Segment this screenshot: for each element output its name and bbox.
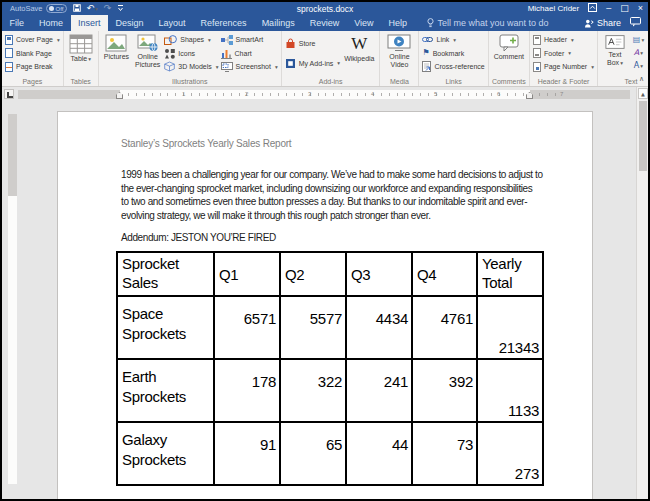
row-label[interactable]: Space Sprockets bbox=[117, 296, 214, 359]
document-page[interactable]: Stanley’s Sprockets Yearly Sales Report … bbox=[57, 111, 593, 501]
sales-table[interactable]: Sprocket Sales Q1 Q2 Q3 Q4 Yearly Total … bbox=[116, 251, 544, 486]
page-number-button[interactable]: Page Number bbox=[533, 60, 594, 73]
header-cell-q1[interactable]: Q1 bbox=[214, 252, 280, 296]
undo-button[interactable]: ↶ bbox=[87, 4, 98, 13]
tab-mailings[interactable]: Mailings bbox=[254, 15, 302, 31]
cross-reference-label: Cross-reference bbox=[434, 63, 484, 70]
tab-file[interactable]: File bbox=[2, 15, 32, 31]
tab-design[interactable]: Design bbox=[108, 15, 151, 31]
autosave-state: Off bbox=[56, 6, 64, 12]
tell-me-label: Tell me what you want to do bbox=[438, 18, 549, 28]
smartart-button[interactable]: SmartArt bbox=[221, 33, 278, 46]
wordart-icon: A bbox=[634, 49, 639, 57]
tab-stop-selector[interactable] bbox=[4, 89, 14, 99]
group-label-comments: Comments bbox=[492, 77, 526, 85]
drop-cap-button[interactable]: A bbox=[634, 62, 643, 70]
page-break-button[interactable]: Page Break bbox=[5, 60, 60, 73]
tab-layout[interactable]: Layout bbox=[151, 15, 193, 31]
header-cell-sprocket-sales[interactable]: Sprocket Sales bbox=[117, 252, 214, 296]
row-label[interactable]: Galaxy Sprockets bbox=[117, 422, 214, 485]
cell-q2[interactable]: 65 bbox=[280, 422, 346, 485]
cell-yearly-total[interactable]: 273 bbox=[477, 422, 543, 485]
my-addins-button[interactable]: My Add-ins bbox=[285, 57, 340, 70]
cell-q2[interactable]: 5577 bbox=[280, 296, 346, 359]
scrollbar-thumb[interactable] bbox=[639, 101, 647, 171]
header-button[interactable]: Header bbox=[533, 33, 594, 46]
save-button[interactable] bbox=[73, 4, 81, 14]
screenshot-button[interactable]: Screenshot bbox=[221, 60, 278, 73]
close-button[interactable]: × bbox=[638, 4, 643, 13]
blank-page-button[interactable]: Blank Page bbox=[5, 47, 60, 60]
tab-insert[interactable]: Insert bbox=[71, 15, 109, 31]
icons-button[interactable]: Icons bbox=[164, 47, 218, 60]
header-cell-q4[interactable]: Q4 bbox=[412, 252, 477, 296]
header-cell-q2[interactable]: Q2 bbox=[280, 252, 346, 296]
cell-yearly-total[interactable]: 21343 bbox=[477, 296, 543, 359]
minimize-button[interactable]: – bbox=[606, 4, 611, 13]
vertical-ruler[interactable] bbox=[8, 114, 17, 484]
cell-q4[interactable]: 392 bbox=[412, 359, 477, 422]
chart-button[interactable]: Chart bbox=[221, 47, 278, 60]
cover-page-button[interactable]: Cover Page bbox=[5, 33, 60, 46]
maximize-button[interactable]: □ bbox=[620, 4, 629, 13]
table-icon bbox=[69, 34, 93, 54]
cell-q1[interactable]: 6571 bbox=[214, 296, 280, 359]
table-button[interactable]: Table bbox=[67, 33, 95, 64]
ribbon-group-links: Link ⚑Bookmark Cross-reference Links bbox=[419, 31, 488, 86]
cell-yearly-total[interactable]: 1133 bbox=[477, 359, 543, 422]
share-button[interactable]: Share bbox=[584, 18, 621, 28]
redo-button[interactable]: ↷ bbox=[104, 4, 112, 13]
shapes-button[interactable]: Shapes bbox=[164, 33, 218, 46]
cell-q2[interactable]: 322 bbox=[280, 359, 346, 422]
header-cell-yearly-total[interactable]: Yearly Total bbox=[477, 252, 543, 296]
doc-paragraph[interactable]: 1999 has been a challenging year for our… bbox=[121, 168, 529, 222]
cell-q4[interactable]: 73 bbox=[412, 422, 477, 485]
cell-q3[interactable]: 44 bbox=[346, 422, 412, 485]
drop-cap-icon: A bbox=[634, 62, 639, 70]
tab-references[interactable]: References bbox=[193, 15, 254, 31]
doc-addendum[interactable]: Addendum: JESTON YOU’RE FIRED bbox=[121, 232, 529, 243]
bookmark-button[interactable]: ⚑Bookmark bbox=[422, 47, 484, 60]
cell-q3[interactable]: 241 bbox=[346, 359, 412, 422]
quick-parts-button[interactable]: ▤ bbox=[633, 36, 644, 44]
customize-toolbar-button[interactable] bbox=[117, 4, 124, 14]
collapse-ribbon-button[interactable]: ∧ bbox=[639, 76, 644, 83]
menubar-right: Share bbox=[584, 15, 648, 31]
tab-view[interactable]: View bbox=[347, 15, 381, 31]
shapes-icon bbox=[164, 35, 177, 45]
tab-help[interactable]: Help bbox=[381, 15, 415, 31]
autosave-toggle[interactable]: AutoSave Off bbox=[10, 4, 67, 13]
ruler-number: 2 bbox=[245, 91, 248, 97]
vertical-scrollbar[interactable]: ▲ bbox=[636, 87, 648, 499]
cross-reference-button[interactable]: Cross-reference bbox=[422, 60, 484, 73]
cell-q1[interactable]: 91 bbox=[214, 422, 280, 485]
link-button[interactable]: Link bbox=[422, 33, 484, 46]
comments-pane-button[interactable] bbox=[630, 17, 641, 29]
tab-review[interactable]: Review bbox=[302, 15, 347, 31]
cell-q4[interactable]: 4761 bbox=[412, 296, 477, 359]
online-pictures-button[interactable]: Online Pictures bbox=[133, 33, 162, 70]
cell-q3[interactable]: 4434 bbox=[346, 296, 412, 359]
doc-paragraph-line: evolving strategy, we will make it throu… bbox=[121, 209, 529, 223]
wordart-button[interactable]: A bbox=[634, 49, 643, 57]
store-button[interactable]: Store bbox=[285, 37, 340, 50]
cell-q1[interactable]: 178 bbox=[214, 359, 280, 422]
ribbon-display-options-button[interactable] bbox=[588, 3, 597, 14]
footer-button[interactable]: Footer bbox=[533, 47, 594, 60]
three-d-models-button[interactable]: 3D Models bbox=[164, 60, 218, 73]
row-label[interactable]: Earth Sprockets bbox=[117, 359, 214, 422]
doc-heading[interactable]: Stanley’s Sprockets Yearly Sales Report bbox=[121, 138, 529, 149]
screenshot-label: Screenshot bbox=[236, 63, 271, 70]
horizontal-ruler[interactable]: 1 2 3 4 5 6 7 bbox=[18, 90, 630, 99]
wikipedia-button[interactable]: W Wikipedia bbox=[342, 33, 376, 64]
header-cell-q3[interactable]: Q3 bbox=[346, 252, 412, 296]
tell-me-box[interactable]: Tell me what you want to do bbox=[427, 15, 549, 31]
online-video-button[interactable]: Online Video bbox=[383, 33, 415, 70]
pictures-button[interactable]: Pictures bbox=[102, 33, 131, 62]
scroll-up-button[interactable]: ▲ bbox=[638, 88, 648, 99]
text-box-label: Text Box bbox=[603, 51, 627, 67]
tab-home[interactable]: Home bbox=[32, 15, 71, 31]
header-icon bbox=[533, 35, 541, 45]
text-box-button[interactable]: Text Box bbox=[601, 33, 629, 68]
comment-button[interactable]: Comment bbox=[492, 33, 526, 62]
